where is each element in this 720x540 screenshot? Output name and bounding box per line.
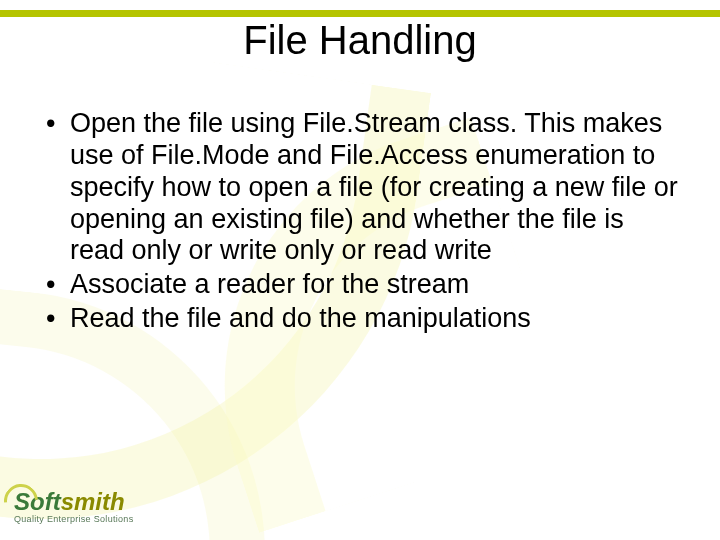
logo-tagline: Quality Enterprise Solutions (14, 514, 133, 524)
top-accent-bar (0, 10, 720, 17)
logo: Softsmith Quality Enterprise Solutions (14, 488, 133, 524)
bullet-list: Open the file using File.Stream class. T… (42, 108, 682, 335)
bullet-item: Open the file using File.Stream class. T… (42, 108, 682, 267)
slide: File Handling Open the file using File.S… (0, 0, 720, 540)
slide-title: File Handling (0, 18, 720, 63)
logo-name-part2: smith (61, 488, 125, 515)
bullet-item: Read the file and do the manipulations (42, 303, 682, 335)
bullet-item: Associate a reader for the stream (42, 269, 682, 301)
slide-body: Open the file using File.Stream class. T… (42, 108, 682, 337)
